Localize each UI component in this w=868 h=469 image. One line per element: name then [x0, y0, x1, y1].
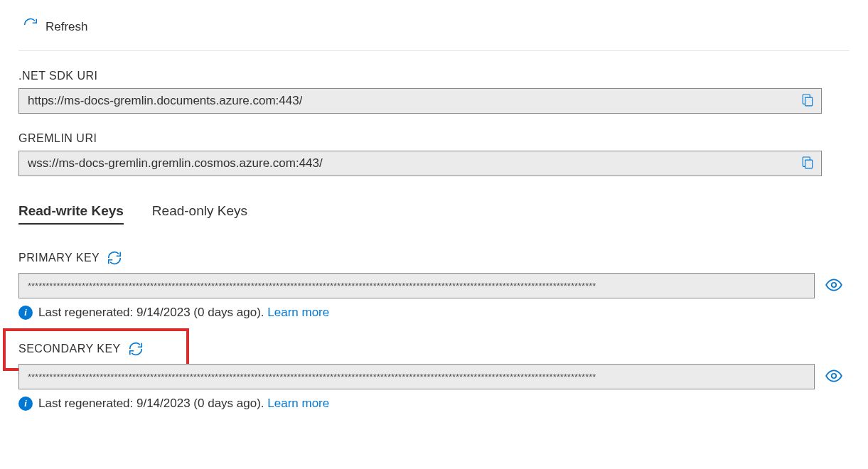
secondary-key-row: ****************************************…	[18, 364, 850, 389]
gremlin-uri-label: GREMLIN URI	[18, 132, 850, 145]
net-sdk-uri-input[interactable]: https://ms-docs-gremlin.documents.azure.…	[18, 88, 822, 114]
net-sdk-uri-label: .NET SDK URI	[18, 70, 850, 82]
refresh-icon	[23, 17, 38, 36]
net-sdk-uri-row: https://ms-docs-gremlin.documents.azure.…	[18, 88, 850, 114]
svg-point-2	[832, 282, 837, 287]
gremlin-uri-group: GREMLIN URI wss://ms-docs-gremlin.gremli…	[18, 132, 850, 176]
secondary-key-learn-more-link[interactable]: Learn more	[267, 397, 329, 410]
refresh-label: Refresh	[45, 20, 88, 34]
primary-key-row: ****************************************…	[18, 273, 850, 298]
primary-key-info-text: Last regenerated: 9/14/2023 (0 days ago)…	[38, 306, 329, 320]
copy-icon	[800, 156, 815, 172]
primary-key-input[interactable]: ****************************************…	[18, 273, 815, 298]
copy-gremlin-uri-button[interactable]	[798, 153, 818, 175]
info-icon: i	[18, 397, 33, 411]
net-sdk-uri-group: .NET SDK URI https://ms-docs-gremlin.doc…	[18, 70, 850, 114]
keys-tabs: Read-write Keys Read-only Keys	[18, 199, 850, 223]
net-sdk-uri-input-wrapper: https://ms-docs-gremlin.documents.azure.…	[18, 88, 822, 114]
tab-read-write-keys[interactable]: Read-write Keys	[18, 199, 124, 223]
show-primary-key-button[interactable]	[823, 274, 845, 298]
info-icon: i	[18, 306, 33, 320]
copy-icon	[800, 93, 815, 109]
tab-read-only-keys[interactable]: Read-only Keys	[152, 199, 247, 223]
copy-net-sdk-uri-button[interactable]	[798, 90, 818, 112]
svg-rect-1	[805, 160, 813, 168]
primary-key-learn-more-link[interactable]: Learn more	[267, 306, 329, 319]
toolbar: Refresh	[18, 14, 850, 51]
primary-key-section: PRIMARY KEY ****************************…	[18, 250, 850, 320]
eye-icon	[825, 367, 843, 387]
secondary-key-label: SECONDARY KEY	[18, 343, 121, 355]
svg-rect-0	[805, 97, 813, 106]
regenerate-secondary-key-button[interactable]	[128, 341, 144, 357]
gremlin-uri-input-wrapper: wss://ms-docs-gremlin.gremlin.cosmos.azu…	[18, 151, 822, 176]
svg-point-3	[832, 373, 837, 378]
secondary-key-info-text: Last regenerated: 9/14/2023 (0 days ago)…	[38, 397, 329, 411]
regenerate-primary-key-button[interactable]	[107, 250, 122, 266]
secondary-key-value: ****************************************…	[28, 372, 596, 382]
primary-key-input-wrapper: ****************************************…	[18, 273, 815, 298]
secondary-key-section: SECONDARY KEY **************************…	[18, 341, 850, 411]
refresh-button[interactable]: Refresh	[18, 14, 92, 39]
primary-key-value: ****************************************…	[28, 281, 596, 291]
secondary-key-label-row: SECONDARY KEY	[18, 341, 850, 357]
primary-key-label-row: PRIMARY KEY	[18, 250, 850, 266]
gremlin-uri-value: wss://ms-docs-gremlin.gremlin.cosmos.azu…	[28, 156, 323, 171]
secondary-key-input-wrapper: ****************************************…	[18, 364, 815, 389]
net-sdk-uri-value: https://ms-docs-gremlin.documents.azure.…	[28, 94, 302, 108]
eye-icon	[825, 276, 843, 296]
gremlin-uri-row: wss://ms-docs-gremlin.gremlin.cosmos.azu…	[18, 151, 850, 176]
gremlin-uri-input[interactable]: wss://ms-docs-gremlin.gremlin.cosmos.azu…	[18, 151, 822, 176]
secondary-key-input[interactable]: ****************************************…	[18, 364, 815, 389]
secondary-key-info: i Last regenerated: 9/14/2023 (0 days ag…	[18, 397, 850, 411]
show-secondary-key-button[interactable]	[823, 365, 845, 389]
primary-key-label: PRIMARY KEY	[18, 252, 100, 264]
primary-key-info: i Last regenerated: 9/14/2023 (0 days ag…	[18, 306, 850, 320]
